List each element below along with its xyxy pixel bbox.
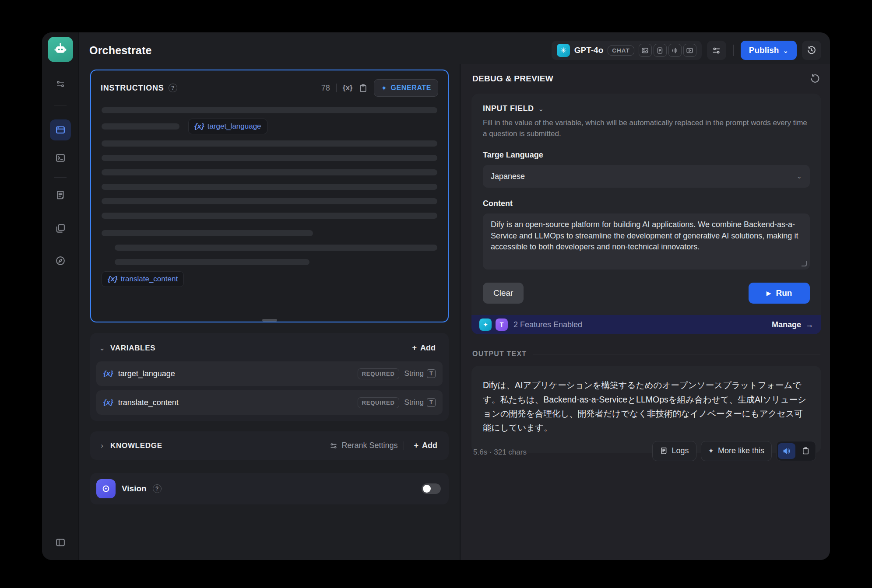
run-label: Run bbox=[776, 288, 792, 298]
panel-resize-handle[interactable] bbox=[262, 319, 277, 322]
sliders-icon bbox=[712, 46, 721, 55]
clipboard-icon bbox=[359, 84, 368, 93]
output-meta: 5.6s · 321 chars bbox=[473, 448, 527, 461]
sidebar-item-annotations[interactable] bbox=[50, 218, 71, 239]
char-count: 78 bbox=[321, 84, 330, 93]
variable-chip-target-language[interactable]: {x} target_language bbox=[188, 119, 267, 134]
insert-variable-icon[interactable]: {x} bbox=[343, 84, 353, 92]
app-window: Orchestrate ✳ GPT-4o CHAT bbox=[42, 32, 830, 560]
restart-debug-button[interactable] bbox=[810, 74, 820, 84]
features-bar[interactable]: ✦ T 2 Features Enabled Manage → bbox=[471, 315, 821, 334]
sidebar-divider bbox=[54, 105, 67, 105]
instructions-panel: INSTRUCTIONS ? 78 {x} bbox=[90, 70, 449, 322]
collapse-chevron-icon[interactable]: ⌄ bbox=[98, 343, 106, 353]
variable-icon: {x} bbox=[194, 122, 204, 131]
run-button[interactable]: ▶ Run bbox=[749, 283, 810, 304]
model-selector[interactable]: ✳ GPT-4o CHAT bbox=[552, 41, 702, 60]
string-type-icon: T bbox=[427, 398, 436, 407]
variables-section: ⌄ VARIABLES + Add {x} target_language bbox=[90, 333, 449, 421]
output-footer: 5.6s · 321 chars Logs ✦ bbox=[471, 441, 821, 461]
logs-button[interactable]: Logs bbox=[652, 441, 696, 461]
help-icon[interactable]: ? bbox=[169, 84, 177, 92]
read-aloud-button[interactable] bbox=[778, 443, 795, 459]
manage-label: Manage bbox=[772, 320, 801, 329]
selected-language: Japanese bbox=[491, 172, 525, 181]
target-language-select[interactable]: Japanese ⌄ bbox=[483, 165, 810, 188]
prompt-line-skeleton bbox=[102, 140, 437, 147]
prompt-line-skeleton bbox=[102, 155, 437, 161]
prompt-line-skeleton bbox=[102, 213, 437, 219]
content-row: INSTRUCTIONS ? 78 {x} bbox=[79, 64, 830, 560]
orchestrate-pane: INSTRUCTIONS ? 78 {x} bbox=[79, 64, 460, 560]
topbar: Orchestrate ✳ GPT-4o CHAT bbox=[79, 32, 830, 64]
add-variable-button[interactable]: + Add bbox=[408, 341, 439, 355]
prompt-line-skeleton bbox=[102, 184, 437, 190]
header-divider bbox=[404, 441, 404, 450]
sidebar-item-explore[interactable] bbox=[50, 250, 71, 271]
video-capability-icon bbox=[683, 44, 696, 57]
variable-name: target_language bbox=[118, 369, 175, 378]
audio-capability-icon bbox=[668, 44, 682, 57]
help-icon[interactable]: ? bbox=[153, 484, 162, 493]
topbar-divider bbox=[733, 45, 734, 56]
variable-row-translate-content[interactable]: {x} translate_content REQUIRED String T bbox=[96, 390, 443, 415]
toggle-knob bbox=[423, 485, 431, 493]
variable-chip-translate-content[interactable]: {x} translate_content bbox=[102, 271, 184, 287]
vision-toggle[interactable] bbox=[422, 483, 441, 494]
more-like-this-button[interactable]: ✦ More like this bbox=[701, 441, 772, 461]
variable-row-target-language[interactable]: {x} target_language REQUIRED String T bbox=[96, 361, 443, 386]
copy-output-button[interactable] bbox=[797, 443, 814, 459]
topbar-controls: ✳ GPT-4o CHAT bbox=[552, 41, 821, 60]
publish-label: Publish bbox=[749, 46, 779, 55]
model-capabilities bbox=[639, 44, 696, 57]
prompt-line-skeleton bbox=[102, 198, 437, 204]
add-knowledge-button[interactable]: + Add bbox=[410, 438, 441, 453]
speaker-icon bbox=[782, 447, 791, 455]
chevron-down-icon[interactable]: ⌄ bbox=[538, 105, 544, 113]
app-logo[interactable] bbox=[48, 37, 73, 62]
expand-chevron-icon[interactable]: › bbox=[98, 441, 106, 450]
refresh-icon bbox=[810, 74, 820, 84]
sidebar-item-orchestrate[interactable] bbox=[50, 119, 71, 140]
features-enabled-text: 2 Features Enabled bbox=[513, 320, 582, 329]
variable-type: String T bbox=[404, 398, 436, 407]
logs-label: Logs bbox=[672, 446, 689, 455]
robot-icon bbox=[53, 42, 68, 57]
sidebar-item-settings[interactable] bbox=[50, 74, 71, 94]
prompt-line-skeleton bbox=[115, 245, 437, 251]
sliders-icon bbox=[330, 442, 338, 450]
content-input[interactable]: Dify is an open-source platform for buil… bbox=[483, 214, 810, 270]
chevron-down-icon: ⌄ bbox=[783, 47, 788, 55]
target-language-label: Targe Language bbox=[483, 150, 810, 160]
manage-features-link[interactable]: Manage → bbox=[772, 320, 813, 329]
vision-feature-icon bbox=[96, 479, 116, 498]
generate-button[interactable]: ✦ GENERATE bbox=[374, 79, 438, 97]
main-area: Orchestrate ✳ GPT-4o CHAT bbox=[79, 32, 830, 560]
prompt-editor[interactable]: {x} target_language bbox=[91, 99, 448, 287]
window-icon bbox=[55, 125, 66, 135]
output-divider bbox=[533, 354, 820, 354]
sparkle-icon: ✦ bbox=[381, 84, 387, 92]
generate-label: GENERATE bbox=[390, 84, 431, 92]
model-params-button[interactable] bbox=[707, 41, 726, 60]
publish-button[interactable]: Publish ⌄ bbox=[741, 41, 797, 60]
sidebar-item-terminal[interactable] bbox=[50, 147, 71, 168]
debug-pane: DEBUG & PREVIEW INPUT FIELD ⌄ Fill in th… bbox=[460, 64, 830, 560]
rerank-settings-button[interactable]: Rerank Settings bbox=[330, 441, 397, 450]
sidebar-item-logs[interactable] bbox=[50, 185, 71, 206]
output-actions-group bbox=[776, 441, 816, 461]
prompt-line-skeleton bbox=[102, 107, 437, 113]
add-label: Add bbox=[422, 441, 437, 450]
log-document-icon bbox=[55, 190, 66, 200]
sidebar-collapse-button[interactable] bbox=[50, 532, 71, 553]
variable-name: translate_content bbox=[118, 398, 179, 407]
knowledge-section: › KNOWLEDGE Rerank Settings bbox=[90, 431, 449, 460]
history-button[interactable] bbox=[802, 41, 821, 60]
plus-icon: + bbox=[414, 441, 418, 450]
knowledge-title: KNOWLEDGE bbox=[110, 441, 162, 450]
copy-prompt-button[interactable] bbox=[359, 84, 368, 93]
rerank-label: Rerank Settings bbox=[341, 441, 397, 450]
chip-label: translate_content bbox=[121, 275, 178, 284]
clear-button[interactable]: Clear bbox=[483, 283, 524, 304]
panel-left-icon bbox=[55, 537, 66, 548]
